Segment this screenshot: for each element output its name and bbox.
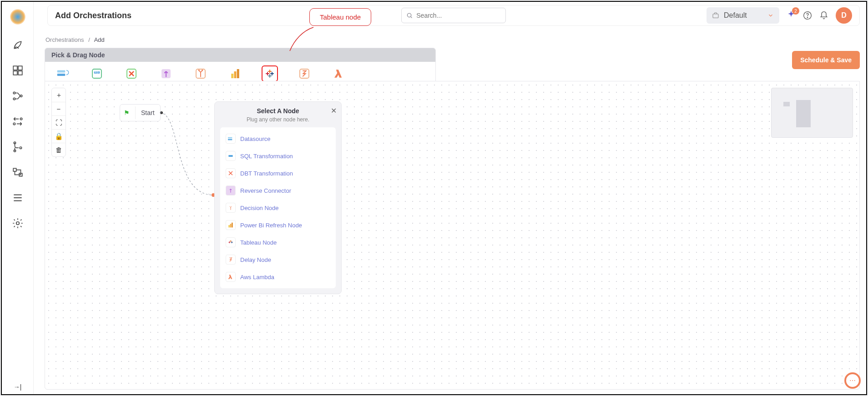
svg-rect-38 xyxy=(230,224,232,227)
list-icon[interactable] xyxy=(12,192,24,204)
search-icon xyxy=(406,12,413,19)
breadcrumb: Orchestrations / Add xyxy=(45,36,860,43)
rocket-icon[interactable] xyxy=(12,39,24,51)
svg-point-4 xyxy=(13,92,15,94)
ai-sparkle-button[interactable]: 2 xyxy=(787,10,796,21)
breadcrumb-current: Add xyxy=(94,36,105,43)
popup-subtitle: Plug any other node here. xyxy=(220,116,336,123)
chat-help-button[interactable]: ⋯ xyxy=(844,372,861,389)
palette-sql[interactable]: SQL xyxy=(89,65,105,82)
svg-point-28 xyxy=(198,70,200,71)
schedule-save-button[interactable]: Schedule & Save xyxy=(792,51,860,69)
page-title: Add Orchestrations xyxy=(55,11,131,20)
settings-icon[interactable] xyxy=(12,217,24,229)
palette-powerbi[interactable] xyxy=(227,65,243,82)
svg-rect-37 xyxy=(228,225,230,227)
edge-start-to-placeholder xyxy=(45,81,227,218)
svg-rect-35 xyxy=(228,139,232,140)
palette-tableau[interactable] xyxy=(262,65,278,82)
palette-title: Pick & Drag Node xyxy=(45,48,435,62)
popup-item-sql[interactable]: SQL Transformation xyxy=(220,147,336,165)
start-node-label: Start xyxy=(141,109,155,116)
palette-dbt[interactable] xyxy=(123,65,140,82)
user-avatar[interactable]: D xyxy=(836,7,852,24)
svg-rect-34 xyxy=(228,137,232,139)
chevron-down-icon xyxy=(767,12,774,19)
svg-rect-29 xyxy=(231,74,233,78)
top-bar: Add Orchestrations Default 2 D xyxy=(34,2,866,29)
palette-reverse-connector[interactable] xyxy=(158,65,174,82)
svg-rect-20 xyxy=(57,74,66,76)
flag-icon: ⚑ xyxy=(124,109,130,116)
select-node-popup: ✕ Select A Node Plug any other node here… xyxy=(214,101,342,294)
canvas-minimap[interactable] xyxy=(771,88,853,138)
popup-item-powerbi[interactable]: Power Bi Refresh Node xyxy=(220,216,336,234)
popup-item-delay[interactable]: Delay Node xyxy=(220,251,336,268)
svg-rect-30 xyxy=(234,71,237,78)
svg-rect-0 xyxy=(13,66,17,70)
lock-button[interactable]: 🔒 xyxy=(52,129,66,143)
svg-point-5 xyxy=(13,98,15,100)
popup-item-decision[interactable]: Decision Node xyxy=(220,199,336,216)
annotation-callout: Tableau node xyxy=(309,8,371,26)
popup-item-dbt[interactable]: DBT Transformation xyxy=(220,165,336,182)
svg-point-10 xyxy=(14,150,15,152)
svg-rect-16 xyxy=(713,14,718,18)
transform-icon[interactable] xyxy=(12,115,24,127)
svg-point-9 xyxy=(14,142,15,144)
left-nav: →| xyxy=(2,2,34,394)
svg-rect-2 xyxy=(13,71,17,75)
svg-point-8 xyxy=(13,123,15,125)
breadcrumb-root[interactable]: Orchestrations xyxy=(45,36,84,43)
popup-item-reverse[interactable]: Reverse Connector xyxy=(220,182,336,199)
svg-rect-36 xyxy=(228,155,232,157)
popup-title: Select A Node xyxy=(220,107,336,115)
fit-view-button[interactable]: ⛶ xyxy=(52,115,66,129)
zoom-out-button[interactable]: − xyxy=(52,102,66,115)
orchestration-icon[interactable] xyxy=(12,166,24,178)
help-icon[interactable] xyxy=(803,11,812,20)
collapse-sidebar-icon[interactable]: →| xyxy=(14,383,22,391)
delete-button[interactable]: 🗑 xyxy=(52,143,66,156)
svg-rect-3 xyxy=(18,71,22,75)
popup-close-button[interactable]: ✕ xyxy=(331,106,337,115)
flow-canvas[interactable]: ＋ − ⛶ 🔒 🗑 ⚑ Start ✕ Select A Node Plug a… xyxy=(45,81,860,390)
pipeline-icon[interactable] xyxy=(12,90,24,102)
workspace-select[interactable]: Default xyxy=(707,7,779,24)
node-palette: Pick & Drag Node SQL xyxy=(45,48,436,86)
svg-text:SQL: SQL xyxy=(95,71,99,74)
svg-point-11 xyxy=(20,147,21,149)
palette-lambda[interactable] xyxy=(331,65,347,82)
zoom-in-button[interactable]: ＋ xyxy=(52,88,66,102)
popup-item-tableau[interactable]: Tableau Node xyxy=(220,234,336,251)
global-search[interactable] xyxy=(401,8,506,23)
app-logo xyxy=(9,8,26,25)
callout-text: Tableau node xyxy=(309,8,371,26)
svg-rect-1 xyxy=(18,66,22,70)
start-node-output-handle[interactable] xyxy=(160,111,163,114)
palette-delay[interactable] xyxy=(296,65,313,82)
dashboard-icon[interactable] xyxy=(12,65,24,76)
popup-node-list: Datasource SQL Transformation DBT Transf… xyxy=(220,127,336,288)
svg-rect-19 xyxy=(57,70,66,73)
start-node[interactable]: ⚑ Start xyxy=(120,104,161,121)
svg-rect-12 xyxy=(13,168,16,171)
search-input[interactable] xyxy=(416,12,501,19)
sparkle-badge-count: 2 xyxy=(792,7,799,15)
popup-item-datasource[interactable]: Datasource xyxy=(220,130,336,147)
popup-item-lambda[interactable]: Aws Lambda xyxy=(220,268,336,286)
svg-point-7 xyxy=(20,118,22,120)
svg-point-18 xyxy=(807,17,807,18)
svg-point-27 xyxy=(202,70,203,71)
svg-point-15 xyxy=(407,13,411,17)
palette-datasource[interactable] xyxy=(54,65,71,82)
svg-rect-31 xyxy=(237,69,239,78)
briefcase-icon xyxy=(712,12,719,19)
workspace-selected: Default xyxy=(724,11,747,20)
palette-decision[interactable] xyxy=(192,65,209,82)
branch-icon[interactable] xyxy=(12,141,24,153)
callout-pointer xyxy=(289,26,314,52)
bell-icon[interactable] xyxy=(819,11,828,20)
canvas-toolbar: ＋ − ⛶ 🔒 🗑 xyxy=(51,88,66,157)
content-area: Orchestrations / Add Schedule & Save Pic… xyxy=(45,34,860,390)
